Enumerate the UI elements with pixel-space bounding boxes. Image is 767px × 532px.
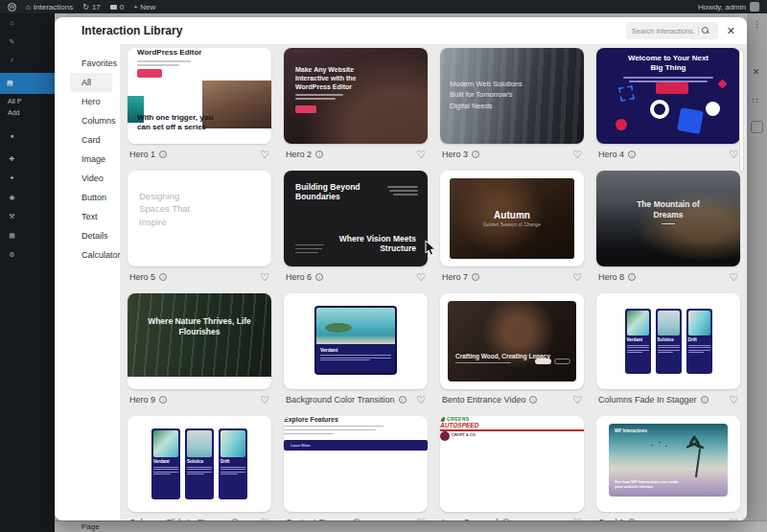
card-thumbnail-hero-1[interactable]: Interactive with the WordPress Editor Wi… bbox=[128, 48, 271, 144]
wp-logo-menu[interactable]: W bbox=[8, 3, 16, 12]
card-thumbnail-hero-7[interactable]: Autumn Golden Season of Change bbox=[440, 171, 584, 266]
submenu-all-label[interactable]: All P bbox=[8, 98, 21, 104]
text-line bbox=[221, 472, 245, 473]
category-button[interactable]: Button bbox=[70, 188, 112, 207]
preview-mini-card: Verdant bbox=[314, 306, 397, 375]
card-label: Columns Slide In Stagger bbox=[129, 518, 227, 520]
info-icon[interactable]: i bbox=[353, 519, 360, 520]
new-content-menu[interactable]: + New bbox=[133, 3, 155, 12]
logo-autospeed: AUTOSPEED bbox=[440, 422, 584, 431]
library-card: Where Nature Thrives, Life Flourishes He… bbox=[128, 293, 271, 406]
panel-close-icon[interactable]: ✕ bbox=[753, 67, 760, 77]
info-icon[interactable]: i bbox=[159, 150, 167, 158]
text-line bbox=[295, 98, 336, 100]
favorite-button[interactable]: ♡ bbox=[572, 272, 582, 283]
category-all[interactable]: All bbox=[70, 73, 112, 92]
category-card[interactable]: Card bbox=[70, 130, 112, 150]
layout-icon[interactable]: ▦ bbox=[7, 232, 17, 240]
card-label: Hero 4 bbox=[598, 150, 624, 159]
users-icon[interactable]: ◉ bbox=[7, 194, 17, 201]
category-calculator[interactable]: Calculator bbox=[70, 245, 112, 265]
howdy-label[interactable]: Howdy, admin bbox=[698, 3, 746, 12]
category-columns[interactable]: Columns bbox=[70, 111, 112, 130]
favorite-button[interactable]: ♡ bbox=[572, 150, 582, 160]
card-thumbnail-hero-5[interactable]: Designing Spaces That Inspire bbox=[128, 171, 271, 266]
close-icon[interactable]: ✕ bbox=[727, 26, 735, 36]
search-input[interactable] bbox=[632, 27, 695, 35]
avatar[interactable] bbox=[750, 2, 759, 12]
info-icon[interactable]: i bbox=[701, 396, 709, 404]
card-thumbnail-content-stagger[interactable]: Explore Features Learn More bbox=[284, 416, 428, 512]
media-icon[interactable]: ♪ bbox=[7, 56, 17, 62]
comments-link[interactable]: 0 bbox=[110, 3, 124, 12]
favorite-button[interactable]: ♡ bbox=[416, 272, 426, 283]
info-icon[interactable]: i bbox=[231, 519, 239, 520]
category-favorites[interactable]: Favorites bbox=[70, 54, 112, 73]
favorite-button[interactable]: ♡ bbox=[729, 150, 738, 160]
category-text[interactable]: Text bbox=[70, 207, 112, 226]
text-line bbox=[295, 94, 343, 96]
favorite-button[interactable]: ♡ bbox=[729, 395, 738, 405]
card-thumbnail-hero-3[interactable]: Modern Web Solutions Built for Tomorrow'… bbox=[440, 48, 584, 144]
sidebar-item-interactions[interactable]: ▤ bbox=[0, 73, 55, 94]
card-thumbnail-bento-video[interactable]: Crafting Wood, Creating Legacy bbox=[440, 293, 584, 389]
text-line bbox=[187, 472, 212, 473]
favorite-button[interactable]: ♡ bbox=[260, 272, 269, 283]
updates-link[interactable]: ↻ 17 bbox=[82, 3, 101, 12]
comments-menu-icon[interactable]: ● bbox=[7, 132, 17, 139]
appearance-icon[interactable]: ✦ bbox=[7, 174, 17, 182]
info-icon[interactable]: i bbox=[628, 273, 636, 281]
card-label: Columns Fade In Stagger bbox=[598, 395, 697, 405]
info-icon[interactable]: i bbox=[315, 273, 323, 281]
info-icon[interactable]: i bbox=[399, 396, 407, 404]
favorite-button[interactable]: ♡ bbox=[729, 272, 738, 283]
card-thumbnail-hero-8[interactable]: The Mountain of Dreams bbox=[596, 171, 740, 266]
favorite-button[interactable]: ♡ bbox=[729, 518, 738, 521]
dashboard-icon[interactable]: ⌂ bbox=[7, 19, 17, 26]
favorite-button[interactable]: ♡ bbox=[416, 395, 426, 405]
favorite-button[interactable]: ♡ bbox=[416, 518, 426, 521]
category-image[interactable]: Image bbox=[70, 150, 112, 169]
category-details[interactable]: Details bbox=[70, 226, 112, 245]
category-video[interactable]: Video bbox=[70, 169, 112, 188]
drag-handle-icon[interactable]: ∷ bbox=[753, 96, 758, 105]
info-icon[interactable]: i bbox=[628, 519, 636, 520]
info-icon[interactable]: i bbox=[315, 150, 323, 158]
favorite-button[interactable]: ♡ bbox=[416, 150, 426, 160]
card-thumbnail-card-1[interactable]: WP Interactions See how WP In bbox=[596, 416, 740, 512]
submenu-add-label[interactable]: Add bbox=[8, 109, 19, 116]
favorite-button[interactable]: ♡ bbox=[260, 150, 269, 160]
tools-icon[interactable]: ⚒ bbox=[7, 213, 17, 220]
info-icon[interactable]: i bbox=[472, 273, 479, 281]
card-thumbnail-columns-slide[interactable]: Verdant Solstice bbox=[128, 416, 271, 512]
info-icon[interactable]: i bbox=[502, 519, 510, 520]
kebab-menu-icon[interactable]: ⋮ bbox=[753, 19, 761, 29]
card-thumbnail-logo-carousel[interactable]: GREENS AUTOSPEED CROFT & CO bbox=[440, 416, 584, 512]
category-hero[interactable]: Hero bbox=[70, 92, 112, 111]
site-name-link[interactable]: ⌂ Interactions bbox=[26, 3, 73, 12]
breadcrumb-page[interactable]: Page bbox=[81, 522, 100, 531]
card-thumbnail-bg-color-transition[interactable]: Verdant bbox=[284, 293, 428, 389]
search-icon[interactable] bbox=[702, 27, 710, 35]
favorite-button[interactable]: ♡ bbox=[260, 518, 269, 521]
library-card: The Mountain of Dreams Hero 8 i ♡ bbox=[596, 171, 740, 284]
info-icon[interactable]: i bbox=[472, 150, 479, 158]
posts-icon[interactable]: ✎ bbox=[7, 38, 17, 46]
text-line bbox=[187, 469, 212, 470]
card-thumbnail-columns-fade[interactable]: Verdant Solstice bbox=[596, 293, 740, 389]
info-icon[interactable]: i bbox=[159, 396, 167, 404]
info-icon[interactable]: i bbox=[628, 150, 636, 158]
card-thumbnail-hero-6[interactable]: Building Beyond Boundaries Where Vision … bbox=[284, 171, 428, 266]
palm-tree-icon bbox=[695, 449, 701, 477]
card-thumbnail-hero-4[interactable]: Welcome to Your Next Big Thing bbox=[596, 48, 740, 144]
settings-icon[interactable]: ⚙ bbox=[7, 251, 17, 259]
info-icon[interactable]: i bbox=[159, 273, 167, 281]
card-thumbnail-hero-9[interactable]: Where Nature Thrives, Life Flourishes bbox=[128, 293, 271, 389]
favorite-button[interactable]: ♡ bbox=[572, 518, 582, 521]
info-icon[interactable]: i bbox=[529, 396, 537, 404]
card-thumbnail-hero-2[interactable]: Make Any Website Interactive with the Wo… bbox=[284, 48, 428, 144]
grid-scrollbar[interactable] bbox=[739, 50, 744, 173]
favorite-button[interactable]: ♡ bbox=[572, 395, 582, 405]
favorite-button[interactable]: ♡ bbox=[260, 395, 269, 405]
plugins-icon[interactable]: ✚ bbox=[7, 155, 17, 163]
